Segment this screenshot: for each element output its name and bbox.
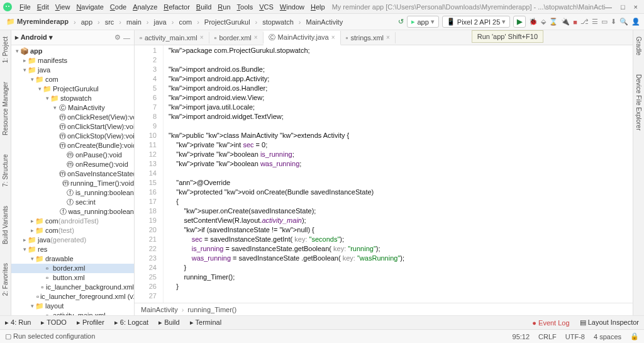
bottom-tool-tab[interactable]: ▸ Profiler <box>77 318 104 327</box>
tree-node[interactable]: ▸📁java (generated) <box>11 235 134 245</box>
tree-node[interactable]: ▾📁res <box>11 245 134 254</box>
tree-node[interactable]: ⓜonCreate(Bundle):void <box>11 141 134 150</box>
debug-button[interactable]: 🐞 <box>529 18 538 26</box>
search-icon[interactable]: 🔍 <box>619 18 628 26</box>
tree-node[interactable]: ▸📁com (androidTest) <box>11 216 134 226</box>
editor-tab[interactable]: ▫border.xml× <box>209 32 264 43</box>
run-config-selector[interactable]: ▸app▾ <box>407 16 438 28</box>
breadcrumb-item[interactable]: java <box>152 18 169 26</box>
tree-node[interactable]: ▾📁layout <box>11 301 134 311</box>
tree-node[interactable]: ⓜonClickReset(View):void <box>11 113 134 122</box>
side-tab[interactable]: Build Variants <box>2 206 9 244</box>
tree-node[interactable]: ▫ic_launcher_background.xml <box>11 283 134 292</box>
tree-node[interactable]: ▾📁drawable <box>11 254 134 264</box>
project-collapse-icon[interactable]: — <box>123 34 130 42</box>
tree-node[interactable]: ⓜonResume():void <box>11 160 134 169</box>
side-tab[interactable]: Device File Explorer <box>635 74 642 130</box>
caret-position[interactable]: 95:12 <box>513 333 530 340</box>
menu-refactor[interactable]: Refactor <box>160 2 193 12</box>
tree-node[interactable]: ▾📁java <box>11 65 134 75</box>
bottom-tool-tab[interactable]: ▸ TODO <box>41 318 66 327</box>
indent-setting[interactable]: 4 spaces <box>594 333 621 340</box>
side-tab[interactable]: 2: Favorites <box>2 263 9 296</box>
tree-node[interactable]: ▫button.xml <box>11 273 134 283</box>
tree-node[interactable]: ▾📁stopwatch <box>11 94 134 103</box>
side-tab[interactable]: 7: Structure <box>2 154 9 187</box>
window-close-button[interactable]: × <box>634 3 638 11</box>
menu-navigate[interactable]: Navigate <box>73 2 106 12</box>
side-tab[interactable]: 1: Project <box>2 37 9 63</box>
editor-gutter[interactable]: 1234567891011121314151617181920212223242… <box>135 45 164 303</box>
tree-node[interactable]: ▾📁com <box>11 75 134 84</box>
tree-node[interactable]: ⓕis_running:boolean <box>11 188 134 198</box>
side-tab[interactable]: Resource Manager <box>2 82 9 135</box>
menu-run[interactable]: Run <box>214 2 233 12</box>
tree-node[interactable]: ⓜrunning_Timer():void <box>11 179 134 188</box>
menu-vcs[interactable]: VCS <box>256 2 277 12</box>
tree-node[interactable]: ▫ic_launcher_foreground.xml (v24) <box>11 292 134 301</box>
project-view-selector[interactable]: ▸ Android ▾ <box>15 33 53 42</box>
bottom-tool-tab[interactable]: ▸ 6: Logcat <box>114 318 148 327</box>
tree-node[interactable]: ▾📁ProjectGurukul <box>11 84 134 94</box>
editor-tab[interactable]: ▫activity_main.xml× <box>135 32 209 43</box>
tree-node[interactable]: ⓜonSaveInstanceState( <box>11 169 134 179</box>
device-selector[interactable]: 📱Pixel 2 API 25▾ <box>442 16 511 28</box>
avd-button[interactable]: ▭ <box>601 18 608 26</box>
editor-tab[interactable]: ⒸMainActivity.java× <box>264 31 341 45</box>
tree-node[interactable]: ⓜonClickStart(View):void <box>11 122 134 132</box>
bottom-tool-tab[interactable]: ▸ Build <box>158 318 180 327</box>
menu-file[interactable]: File <box>16 2 34 12</box>
menu-build[interactable]: Build <box>193 2 214 12</box>
breadcrumb-item[interactable]: src <box>103 18 117 26</box>
tree-node[interactable]: ▫border.xml <box>11 264 134 273</box>
menu-view[interactable]: View <box>52 2 74 12</box>
menu-window[interactable]: Window <box>277 2 308 12</box>
git-button[interactable]: ⎇ <box>580 18 589 26</box>
editor-crumb-method[interactable]: running_Timer() <box>187 306 236 313</box>
project-tree[interactable]: ▾📦app▸📁manifests▾📁java▾📁com▾📁ProjectGuru… <box>11 45 134 315</box>
bottom-tool-tab[interactable]: ▸ 4: Run <box>5 318 31 327</box>
sdk-button[interactable]: ⬇ <box>611 18 616 26</box>
tree-node[interactable]: ▾📦app <box>11 47 134 56</box>
project-settings-icon[interactable]: ⚙ <box>114 33 121 42</box>
menu-help[interactable]: Help <box>308 2 328 12</box>
layout-inspector-button[interactable]: ▤ Layout Inspector <box>580 318 639 327</box>
breadcrumb-item[interactable]: MainActivity <box>303 18 345 26</box>
tree-node[interactable]: ⓜonPause():void <box>11 150 134 160</box>
file-encoding[interactable]: UTF-8 <box>565 333 585 340</box>
bottom-tool-tab[interactable]: ▸ Terminal <box>190 318 221 327</box>
breadcrumb-item[interactable]: stopwatch <box>260 18 296 26</box>
menu-edit[interactable]: Edit <box>34 2 52 12</box>
breadcrumb-item[interactable]: 📁 Myreminderapp <box>4 17 71 26</box>
breadcrumb-item[interactable]: app <box>79 18 95 26</box>
line-separator[interactable]: CRLF <box>538 333 557 340</box>
breadcrumb-item[interactable]: ProjectGurukul <box>202 18 253 26</box>
tree-node[interactable]: ⓕsec:int <box>11 198 134 207</box>
user-icon[interactable]: 👤 <box>631 18 640 26</box>
menu-code[interactable]: Code <box>107 2 130 12</box>
attach-debugger-button[interactable]: 🔌 <box>561 18 570 26</box>
tree-node[interactable]: ⓕwas_running:boolean <box>11 207 134 216</box>
settings-button[interactable]: ☰ <box>592 18 598 26</box>
tree-node[interactable]: ▸📁manifests <box>11 56 134 65</box>
menu-tools[interactable]: Tools <box>234 2 257 12</box>
tree-node[interactable]: ▸📁com (test) <box>11 226 134 235</box>
breadcrumb-item[interactable]: com <box>176 18 194 26</box>
stop-button[interactable]: ■ <box>573 18 577 26</box>
read-only-lock-icon[interactable]: 🔒 <box>630 332 639 340</box>
menu-analyze[interactable]: Analyze <box>130 2 160 12</box>
tree-node[interactable]: ⓜonClickStop(View):void <box>11 132 134 141</box>
profiler-button[interactable]: ⌛ <box>549 18 558 26</box>
editor-crumb-class[interactable]: MainActivity <box>141 306 178 313</box>
window-minimize-button[interactable]: — <box>605 3 612 11</box>
run-button[interactable]: ▶ <box>513 16 526 28</box>
tree-node[interactable]: ▫activity_main.xml <box>11 311 134 315</box>
event-log-button[interactable]: ● Event Log <box>532 319 569 327</box>
editor-tab[interactable]: ▫strings.xml× <box>341 32 396 43</box>
window-maximize-button[interactable]: □ <box>621 3 625 11</box>
coverage-button[interactable]: ⬙ <box>541 18 546 26</box>
tree-node[interactable]: ▾ⒸMainActivity <box>11 103 134 113</box>
code-editor[interactable]: "kw">package com.ProjectGurukul.stopwatc… <box>164 45 633 303</box>
breadcrumb-item[interactable]: main <box>124 18 144 26</box>
sync-icon[interactable]: ↺ <box>398 18 404 26</box>
